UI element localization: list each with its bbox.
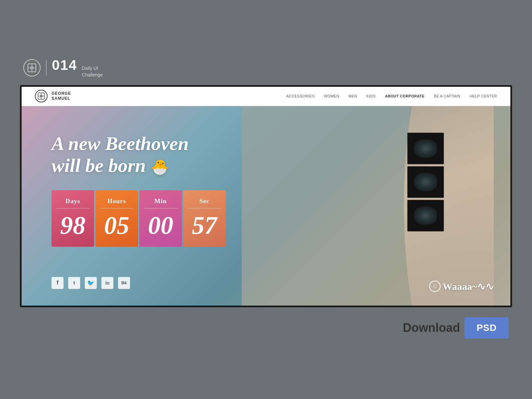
hours-divider [100,208,134,208]
nav-links: ACCESSORIES WOMEN MEN KIDS ABOUT CORPORA… [286,94,497,98]
days-value: 98 [60,212,85,238]
top-logo-icon [23,59,41,76]
sec-divider [188,208,221,208]
nav-women[interactable]: WOMEN [324,94,339,98]
download-bar: Download PSD [20,307,512,348]
min-label: Min [155,198,167,205]
baby-emoji: 🐣 [151,159,169,175]
challenge-number: 014 [52,57,77,73]
headline-line1: A new Beethoven [52,133,226,155]
hours-label: Hours [107,198,126,205]
nav-logo-icon [35,90,48,102]
nav-men[interactable]: MEN [348,94,357,98]
hours-value: 05 [104,212,129,238]
brand-name: GEORGE SAMUEL [52,91,71,101]
twitter-icon[interactable]: 🐦 [85,277,97,289]
download-label: Download [403,321,460,335]
hero-section: A new Beethoven will be born 🐣 Days 98 H… [22,106,510,306]
hero-bottom-brand: ☺ Waaaa~∿∿ [429,281,494,292]
days-label: Days [66,198,80,205]
top-divider [46,60,47,76]
countdown-timer: Days 98 Hours 05 Min 00 [52,190,226,247]
ultrasound-photo-3 [407,200,444,231]
ultrasound-photo-2 [407,166,444,198]
linkedin-icon[interactable]: in [101,277,113,289]
countdown-days: Days 98 [52,190,94,247]
hero-content: A new Beethoven will be born 🐣 Days 98 H… [52,133,226,247]
ultrasound-photo-1 [407,133,444,164]
nav-help-center[interactable]: HELP CENTER [470,94,497,98]
psd-download-button[interactable]: PSD [465,317,509,338]
sec-value: 57 [192,212,217,238]
baby-face-icon: ☺ [429,281,441,292]
facebook-icon[interactable]: f [52,277,64,289]
headline-line2: will be born 🐣 [52,155,226,177]
nav-kids[interactable]: KIDS [366,94,376,98]
countdown-sec: Sec 57 [183,190,226,247]
ultrasound-photos [407,133,444,231]
hero-headline: A new Beethoven will be born 🐣 [52,133,226,177]
navigation: GEORGE SAMUEL ACCESSORIES WOMEN MEN KIDS… [22,87,510,106]
brand-waaaa: Waaaa~∿∿ [443,281,494,292]
brand-logo: GEORGE SAMUEL [35,90,71,102]
tumblr-icon[interactable]: t [68,277,80,289]
challenge-info: 014 Daily UI Challenge [52,57,103,78]
nav-about-corporate[interactable]: ABOUT CORPORATE [385,94,425,98]
nav-be-a-captain[interactable]: BE A CAPTAIN [434,94,461,98]
min-divider [144,208,178,208]
countdown-min: Min 00 [139,190,182,247]
behance-icon[interactable]: Bē [118,277,130,289]
min-value: 00 [148,212,173,238]
countdown-hours: Hours 05 [95,190,138,247]
days-divider [56,208,90,208]
top-meta-bar: 014 Daily UI Challenge [20,51,512,85]
main-card: GEORGE SAMUEL ACCESSORIES WOMEN MEN KIDS… [20,85,512,307]
nav-accessories[interactable]: ACCESSORIES [286,94,315,98]
challenge-title: Daily UI Challenge [82,65,103,78]
social-bar: f t 🐦 in Bē [52,277,130,289]
sec-label: Sec [200,198,209,205]
